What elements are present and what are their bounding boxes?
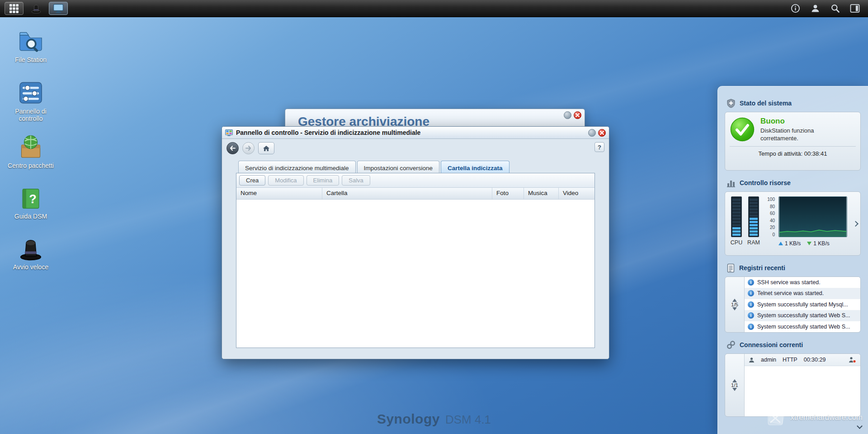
chevron-up-icon: [732, 372, 737, 382]
network-graph: [778, 196, 847, 237]
chevron-up-icon: [732, 292, 737, 302]
log-entry[interactable]: i SSH service was started.: [745, 277, 860, 288]
file-station-icon: [18, 28, 44, 54]
pager-up-button[interactable]: [732, 372, 737, 379]
desktop-icon-label: Pannello di controllo: [5, 108, 57, 122]
desktop: File Station Pannello di controllo Centr…: [0, 0, 868, 434]
magic-hat-icon: [31, 3, 42, 14]
widget-title: Connessioni correnti: [740, 341, 803, 348]
help-button[interactable]: ?: [594, 142, 604, 152]
user-icon: [749, 357, 755, 363]
home-icon: [263, 145, 270, 152]
elimina-button[interactable]: Elimina: [307, 175, 340, 186]
desktop-icon-file-station[interactable]: File Station: [5, 28, 57, 63]
user-icon: [811, 4, 820, 13]
taskbar-right-icons: [789, 3, 863, 14]
recent-logs-header: Registri recenti: [726, 263, 861, 273]
desktop-icon-package-center[interactable]: Centro pacchetti: [5, 134, 57, 169]
home-button[interactable]: [258, 142, 274, 154]
connections-page-indicator: 1/1: [731, 382, 738, 388]
desktop-icon-label: Centro pacchetti: [8, 162, 54, 169]
resource-next-page-button[interactable]: [852, 218, 859, 229]
dsm-help-icon: ?: [19, 186, 43, 211]
column-header-video[interactable]: Video: [559, 188, 594, 199]
package-center-icon: [18, 134, 44, 160]
desktop-icon-label: Avvio veloce: [13, 263, 48, 271]
crea-button[interactable]: Crea: [239, 175, 265, 186]
search-button[interactable]: [829, 3, 841, 14]
resource-monitor-card: CPU RAM 100 80 60 40 20 0: [725, 191, 861, 256]
magic-hat-icon: [19, 237, 43, 262]
shield-icon: [726, 99, 736, 108]
log-entry[interactable]: i Telnet service was started.: [745, 288, 860, 300]
pager-down-button[interactable]: [732, 310, 737, 317]
taskbar: [0, 0, 868, 17]
tab-strip: Servizio di indicizzazione multimediale …: [222, 161, 609, 173]
disconnect-user-button[interactable]: [849, 357, 856, 363]
back-button[interactable]: [226, 142, 239, 154]
resource-monitor-header: Controllo risorse: [726, 178, 861, 188]
table-body-empty[interactable]: [236, 200, 594, 348]
widgets-panel-icon: [850, 4, 860, 13]
window-titlebar[interactable]: Pannello di controllo - Servizio di indi…: [222, 127, 609, 139]
pager-up-button[interactable]: [732, 292, 737, 299]
dsm-watermark: Synology DSM 4.1: [377, 411, 491, 427]
synology-logo: Synology: [377, 411, 440, 427]
connections-header: Connessioni correnti: [726, 340, 861, 350]
action-button-bar: Crea Modifica Elimina Salva: [236, 173, 594, 188]
chevron-right-icon: [853, 221, 859, 227]
widget-title: Controllo risorse: [740, 179, 791, 186]
salva-button[interactable]: Salva: [342, 175, 370, 186]
log-entry[interactable]: i System successfully started Web S...: [745, 321, 860, 332]
desktop-icon-control-panel[interactable]: Pannello di controllo: [5, 80, 57, 122]
user-menu-button[interactable]: [809, 3, 821, 14]
connection-time: 00:30:29: [804, 357, 826, 363]
cpu-gauge: CPU: [730, 196, 743, 252]
monitor-icon: [53, 4, 64, 14]
tab-cartella-indicizzata[interactable]: Cartella indicizzata: [441, 161, 509, 173]
column-header-nome[interactable]: Nome: [236, 188, 322, 199]
widget-title: Registri recenti: [739, 264, 785, 272]
control-panel-icon: [18, 80, 44, 106]
log-entry[interactable]: i System successfully started Mysql...: [745, 299, 860, 310]
tab-impostazioni-conversione[interactable]: Impostazioni conversione: [357, 161, 439, 173]
status-ok-icon: [730, 117, 755, 142]
column-header-foto[interactable]: Foto: [492, 188, 524, 199]
chevron-down-icon: [732, 388, 737, 398]
dsm-version: DSM 4.1: [445, 413, 491, 427]
cpu-label: CPU: [731, 239, 742, 246]
widget-title: Stato del sistema: [740, 100, 792, 107]
taskbar-window-button-control-panel[interactable]: [49, 2, 68, 15]
apps-grid-icon: [8, 3, 20, 14]
info-icon: i: [748, 279, 754, 286]
upload-rate: 1 KB/s: [785, 240, 801, 247]
minimize-button[interactable]: [564, 111, 571, 119]
widgets-panel-button[interactable]: [849, 3, 861, 14]
upload-arrow-icon: [778, 242, 783, 245]
info-button[interactable]: [789, 3, 801, 14]
site-watermark-text: xtremehardware.com: [790, 413, 863, 422]
quick-launch-button[interactable]: [27, 2, 46, 15]
pager-down-button[interactable]: [732, 391, 737, 398]
info-icon: i: [748, 301, 754, 308]
forward-button[interactable]: [242, 142, 255, 154]
connections-card: 1/1 admin HTTP 00:30:29: [725, 353, 861, 417]
close-icon[interactable]: [574, 111, 581, 119]
desktop-icon-dsm-help[interactable]: ? Guida DSM: [5, 186, 57, 220]
graph-y-axis: 100 80 60 40 20 0: [764, 196, 775, 237]
bar-chart-icon: [726, 178, 736, 187]
info-icon: i: [748, 324, 754, 330]
close-icon[interactable]: [598, 129, 606, 137]
connection-entry[interactable]: admin HTTP 00:30:29: [745, 354, 860, 366]
desktop-icon-quick-start[interactable]: Avvio veloce: [5, 237, 57, 271]
modifica-button[interactable]: Modifica: [268, 175, 303, 186]
info-icon: i: [748, 290, 754, 296]
column-header-cartella[interactable]: Cartella: [322, 188, 492, 199]
minimize-button[interactable]: [588, 129, 596, 137]
download-arrow-icon: [807, 242, 811, 245]
main-menu-button[interactable]: [5, 2, 24, 15]
column-header-musica[interactable]: Musica: [524, 188, 559, 199]
control-panel-window: Pannello di controllo - Servizio di indi…: [222, 126, 609, 359]
log-entry[interactable]: i System successfully started Web S...: [745, 310, 860, 322]
tab-servizio-indicizzazione[interactable]: Servizio di indicizzazione multimediale: [238, 161, 356, 173]
